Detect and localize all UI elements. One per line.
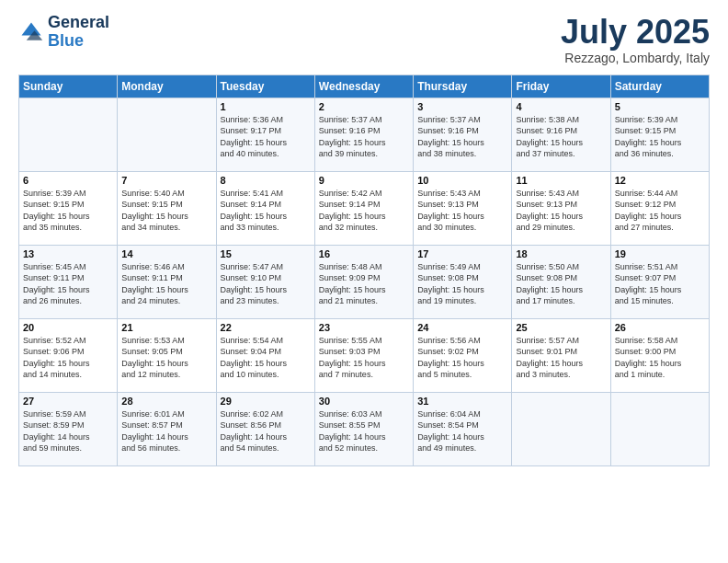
day-cell: 1Sunrise: 5:36 AM Sunset: 9:17 PM Daylig… bbox=[216, 98, 314, 171]
day-cell: 11Sunrise: 5:43 AM Sunset: 9:13 PM Dayli… bbox=[512, 171, 610, 245]
day-cell bbox=[512, 392, 610, 465]
day-info: Sunrise: 5:39 AM Sunset: 9:15 PM Dayligh… bbox=[23, 188, 113, 234]
day-number: 21 bbox=[121, 322, 211, 333]
day-info: Sunrise: 5:37 AM Sunset: 9:16 PM Dayligh… bbox=[319, 114, 409, 160]
day-info: Sunrise: 5:57 AM Sunset: 9:01 PM Dayligh… bbox=[516, 335, 606, 381]
day-cell: 10Sunrise: 5:43 AM Sunset: 9:13 PM Dayli… bbox=[414, 171, 512, 245]
day-cell: 16Sunrise: 5:48 AM Sunset: 9:09 PM Dayli… bbox=[314, 245, 413, 318]
day-number: 27 bbox=[23, 396, 113, 407]
day-cell: 21Sunrise: 5:53 AM Sunset: 9:05 PM Dayli… bbox=[118, 318, 216, 392]
day-cell: 19Sunrise: 5:51 AM Sunset: 9:07 PM Dayli… bbox=[610, 245, 709, 318]
header-friday: Friday bbox=[512, 75, 610, 98]
day-number: 10 bbox=[417, 175, 507, 186]
day-info: Sunrise: 6:02 AM Sunset: 8:56 PM Dayligh… bbox=[221, 408, 311, 454]
page: General Blue July 2025 Rezzago, Lombardy… bbox=[0, 0, 728, 563]
day-cell: 18Sunrise: 5:50 AM Sunset: 9:08 PM Dayli… bbox=[512, 245, 610, 318]
calendar-header: Sunday Monday Tuesday Wednesday Thursday… bbox=[19, 75, 710, 98]
day-info: Sunrise: 5:43 AM Sunset: 9:13 PM Dayligh… bbox=[417, 188, 507, 234]
day-cell: 3Sunrise: 5:37 AM Sunset: 9:16 PM Daylig… bbox=[414, 98, 512, 171]
calendar-table: Sunday Monday Tuesday Wednesday Thursday… bbox=[18, 75, 710, 466]
day-cell: 14Sunrise: 5:46 AM Sunset: 9:11 PM Dayli… bbox=[118, 245, 216, 318]
day-cell bbox=[610, 392, 709, 465]
day-info: Sunrise: 5:42 AM Sunset: 9:14 PM Dayligh… bbox=[319, 188, 409, 234]
day-cell: 12Sunrise: 5:44 AM Sunset: 9:12 PM Dayli… bbox=[610, 171, 709, 245]
day-number: 17 bbox=[417, 248, 507, 259]
day-cell: 7Sunrise: 5:40 AM Sunset: 9:15 PM Daylig… bbox=[118, 171, 216, 245]
day-cell: 4Sunrise: 5:38 AM Sunset: 9:16 PM Daylig… bbox=[512, 98, 610, 171]
day-info: Sunrise: 5:37 AM Sunset: 9:16 PM Dayligh… bbox=[417, 114, 507, 160]
day-cell: 27Sunrise: 5:59 AM Sunset: 8:59 PM Dayli… bbox=[19, 392, 118, 465]
day-number: 8 bbox=[221, 175, 311, 186]
logo-text: General Blue bbox=[48, 14, 109, 51]
header-saturday: Saturday bbox=[610, 75, 709, 98]
logo: General Blue bbox=[18, 14, 109, 51]
day-cell: 8Sunrise: 5:41 AM Sunset: 9:14 PM Daylig… bbox=[216, 171, 314, 245]
day-info: Sunrise: 5:47 AM Sunset: 9:10 PM Dayligh… bbox=[221, 261, 311, 307]
day-number: 5 bbox=[615, 101, 705, 112]
day-info: Sunrise: 5:39 AM Sunset: 9:15 PM Dayligh… bbox=[615, 114, 705, 160]
day-number: 7 bbox=[121, 175, 211, 186]
day-cell: 24Sunrise: 5:56 AM Sunset: 9:02 PM Dayli… bbox=[414, 318, 512, 392]
header-row: Sunday Monday Tuesday Wednesday Thursday… bbox=[19, 75, 710, 98]
day-number: 20 bbox=[23, 322, 113, 333]
day-cell: 17Sunrise: 5:49 AM Sunset: 9:08 PM Dayli… bbox=[414, 245, 512, 318]
day-cell: 25Sunrise: 5:57 AM Sunset: 9:01 PM Dayli… bbox=[512, 318, 610, 392]
day-info: Sunrise: 5:41 AM Sunset: 9:14 PM Dayligh… bbox=[221, 188, 311, 234]
day-info: Sunrise: 5:53 AM Sunset: 9:05 PM Dayligh… bbox=[121, 335, 211, 381]
day-number: 25 bbox=[516, 322, 606, 333]
day-info: Sunrise: 5:40 AM Sunset: 9:15 PM Dayligh… bbox=[121, 188, 211, 234]
location: Rezzago, Lombardy, Italy bbox=[561, 51, 710, 65]
week-row-1: 1Sunrise: 5:36 AM Sunset: 9:17 PM Daylig… bbox=[19, 98, 710, 171]
day-cell: 23Sunrise: 5:55 AM Sunset: 9:03 PM Dayli… bbox=[314, 318, 413, 392]
day-number: 19 bbox=[615, 248, 705, 259]
day-info: Sunrise: 5:45 AM Sunset: 9:11 PM Dayligh… bbox=[23, 261, 113, 307]
day-cell: 22Sunrise: 5:54 AM Sunset: 9:04 PM Dayli… bbox=[216, 318, 314, 392]
day-info: Sunrise: 5:56 AM Sunset: 9:02 PM Dayligh… bbox=[417, 335, 507, 381]
day-info: Sunrise: 6:04 AM Sunset: 8:54 PM Dayligh… bbox=[417, 408, 507, 454]
day-info: Sunrise: 5:54 AM Sunset: 9:04 PM Dayligh… bbox=[221, 335, 311, 381]
day-number: 30 bbox=[319, 396, 409, 407]
day-cell: 28Sunrise: 6:01 AM Sunset: 8:57 PM Dayli… bbox=[118, 392, 216, 465]
week-row-4: 20Sunrise: 5:52 AM Sunset: 9:06 PM Dayli… bbox=[19, 318, 710, 392]
week-row-2: 6Sunrise: 5:39 AM Sunset: 9:15 PM Daylig… bbox=[19, 171, 710, 245]
day-cell: 30Sunrise: 6:03 AM Sunset: 8:55 PM Dayli… bbox=[314, 392, 413, 465]
day-number: 12 bbox=[615, 175, 705, 186]
day-info: Sunrise: 5:43 AM Sunset: 9:13 PM Dayligh… bbox=[516, 188, 606, 234]
day-number: 31 bbox=[417, 396, 507, 407]
day-cell: 6Sunrise: 5:39 AM Sunset: 9:15 PM Daylig… bbox=[19, 171, 118, 245]
calendar-body: 1Sunrise: 5:36 AM Sunset: 9:17 PM Daylig… bbox=[19, 98, 710, 465]
day-number: 26 bbox=[615, 322, 705, 333]
day-info: Sunrise: 5:36 AM Sunset: 9:17 PM Dayligh… bbox=[221, 114, 311, 160]
logo-general: General bbox=[48, 13, 109, 31]
day-number: 15 bbox=[221, 248, 311, 259]
day-number: 9 bbox=[319, 175, 409, 186]
day-number: 16 bbox=[319, 248, 409, 259]
day-cell: 20Sunrise: 5:52 AM Sunset: 9:06 PM Dayli… bbox=[19, 318, 118, 392]
day-number: 14 bbox=[121, 248, 211, 259]
day-info: Sunrise: 5:49 AM Sunset: 9:08 PM Dayligh… bbox=[417, 261, 507, 307]
day-info: Sunrise: 5:59 AM Sunset: 8:59 PM Dayligh… bbox=[23, 408, 113, 454]
header: General Blue July 2025 Rezzago, Lombardy… bbox=[18, 14, 710, 65]
week-row-5: 27Sunrise: 5:59 AM Sunset: 8:59 PM Dayli… bbox=[19, 392, 710, 465]
title-block: July 2025 Rezzago, Lombardy, Italy bbox=[561, 14, 710, 65]
day-cell: 5Sunrise: 5:39 AM Sunset: 9:15 PM Daylig… bbox=[610, 98, 709, 171]
day-info: Sunrise: 5:46 AM Sunset: 9:11 PM Dayligh… bbox=[121, 261, 211, 307]
header-monday: Monday bbox=[118, 75, 216, 98]
day-cell bbox=[19, 98, 118, 171]
day-number: 2 bbox=[319, 101, 409, 112]
header-tuesday: Tuesday bbox=[216, 75, 314, 98]
day-info: Sunrise: 5:51 AM Sunset: 9:07 PM Dayligh… bbox=[615, 261, 705, 307]
week-row-3: 13Sunrise: 5:45 AM Sunset: 9:11 PM Dayli… bbox=[19, 245, 710, 318]
svg-marker-0 bbox=[22, 22, 41, 35]
day-info: Sunrise: 5:55 AM Sunset: 9:03 PM Dayligh… bbox=[319, 335, 409, 381]
day-info: Sunrise: 5:44 AM Sunset: 9:12 PM Dayligh… bbox=[615, 188, 705, 234]
day-cell: 13Sunrise: 5:45 AM Sunset: 9:11 PM Dayli… bbox=[19, 245, 118, 318]
header-sunday: Sunday bbox=[19, 75, 118, 98]
day-number: 24 bbox=[417, 322, 507, 333]
day-info: Sunrise: 5:48 AM Sunset: 9:09 PM Dayligh… bbox=[319, 261, 409, 307]
logo-icon bbox=[18, 19, 44, 45]
day-info: Sunrise: 6:01 AM Sunset: 8:57 PM Dayligh… bbox=[121, 408, 211, 454]
month-title: July 2025 bbox=[561, 14, 710, 51]
day-number: 18 bbox=[516, 248, 606, 259]
day-number: 1 bbox=[221, 101, 311, 112]
